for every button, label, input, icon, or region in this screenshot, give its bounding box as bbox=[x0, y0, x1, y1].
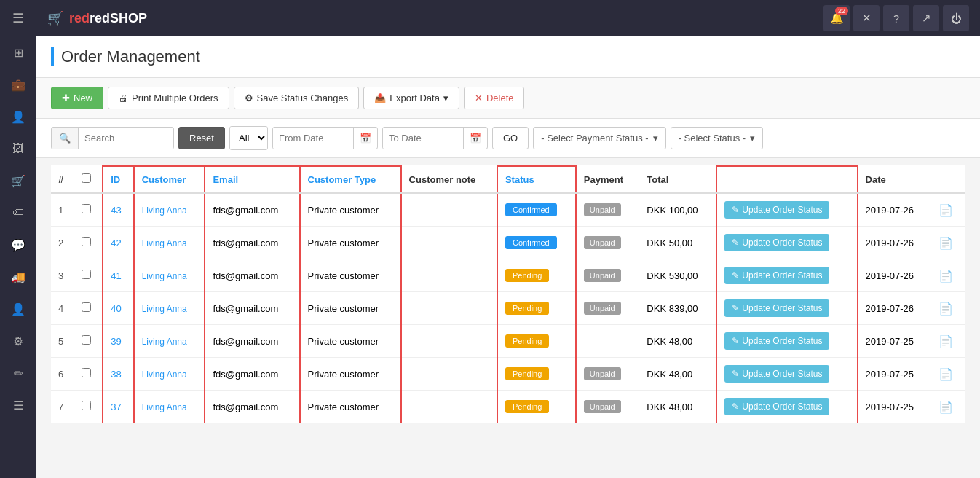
cell-check bbox=[74, 259, 103, 292]
cell-num: 3 bbox=[51, 259, 74, 292]
sidebar-icon-user[interactable]: 👤 bbox=[0, 101, 36, 133]
edit-icon: ✎ bbox=[732, 205, 739, 215]
update-order-status-button[interactable]: ✎ Update Order Status bbox=[724, 234, 829, 251]
row-checkbox[interactable] bbox=[82, 401, 91, 410]
cell-total: DKK 530,00 bbox=[639, 259, 716, 292]
customer-name-link[interactable]: Living Anna bbox=[142, 205, 187, 216]
save-status-button[interactable]: ⚙ Save Status Changes bbox=[234, 87, 360, 109]
table-header-row: # ID Customer Email Customer Type Custom… bbox=[51, 166, 965, 193]
calendar-icon-from[interactable]: 📅 bbox=[353, 128, 377, 149]
customer-name-link[interactable]: Living Anna bbox=[142, 369, 187, 380]
cell-payment: Unpaid bbox=[576, 259, 640, 292]
export-button[interactable]: 📤 Export Data ▾ bbox=[363, 87, 459, 109]
cell-customer-type: Private customer bbox=[300, 325, 401, 358]
col-header-customer-type[interactable]: Customer Type bbox=[300, 166, 401, 193]
col-header-id[interactable]: ID bbox=[103, 166, 133, 193]
cell-id: 37 bbox=[103, 391, 133, 423]
sidebar-menu-icon[interactable]: ☰ bbox=[0, 0, 36, 36]
row-checkbox[interactable] bbox=[82, 368, 91, 377]
row-checkbox[interactable] bbox=[82, 237, 91, 246]
go-button[interactable]: GO bbox=[492, 127, 529, 149]
row-checkbox[interactable] bbox=[82, 204, 91, 213]
help-button[interactable]: ? bbox=[883, 5, 909, 31]
pdf-icon[interactable]: 📄 bbox=[938, 270, 953, 282]
order-id-link[interactable]: 43 bbox=[111, 205, 121, 216]
search-input[interactable] bbox=[79, 128, 173, 149]
sidebar-icon-tag[interactable]: 🏷 bbox=[0, 197, 36, 229]
to-date-input[interactable] bbox=[383, 128, 463, 149]
cell-num: 7 bbox=[51, 391, 74, 423]
col-header-customer[interactable]: Customer bbox=[134, 166, 205, 193]
edit-icon: ✎ bbox=[732, 401, 739, 412]
cell-action: ✎ Update Order Status bbox=[716, 227, 857, 259]
reset-button[interactable]: Reset bbox=[178, 127, 225, 149]
sidebar-icon-user2[interactable]: 👤 bbox=[0, 293, 36, 325]
update-order-status-button[interactable]: ✎ Update Order Status bbox=[724, 332, 829, 350]
order-id-link[interactable]: 41 bbox=[111, 270, 121, 281]
order-id-link[interactable]: 38 bbox=[111, 369, 121, 380]
payment-status-filter[interactable]: - Select Payment Status - ▾ bbox=[533, 127, 665, 149]
order-id-link[interactable]: 37 bbox=[111, 401, 121, 412]
new-button[interactable]: ✚ New bbox=[51, 87, 103, 109]
col-header-pdf bbox=[931, 166, 965, 193]
power-button[interactable]: ⏻ bbox=[943, 5, 969, 31]
status-filter[interactable]: - Select Status - ▾ bbox=[671, 127, 763, 149]
payment-badge: Unpaid bbox=[584, 236, 621, 249]
customer-name-link[interactable]: Living Anna bbox=[142, 304, 187, 314]
cell-check bbox=[74, 325, 103, 358]
cell-action: ✎ Update Order Status bbox=[716, 325, 857, 358]
sidebar-icon-truck[interactable]: 🚚 bbox=[0, 261, 36, 293]
all-filter-select[interactable]: All bbox=[230, 127, 267, 149]
cell-email: fds@gmail.com bbox=[205, 193, 299, 227]
sidebar-icon-chat[interactable]: 💬 bbox=[0, 229, 36, 261]
payment-badge: Unpaid bbox=[584, 203, 621, 216]
pdf-icon[interactable]: 📄 bbox=[938, 204, 953, 216]
external-link-button[interactable]: ↗ bbox=[913, 5, 939, 31]
col-header-email[interactable]: Email bbox=[205, 166, 299, 193]
customer-name-link[interactable]: Living Anna bbox=[142, 337, 187, 347]
update-order-status-button[interactable]: ✎ Update Order Status bbox=[724, 365, 829, 383]
row-checkbox[interactable] bbox=[82, 270, 91, 279]
update-order-status-button[interactable]: ✎ Update Order Status bbox=[724, 201, 829, 219]
cell-check bbox=[74, 292, 103, 325]
order-id-link[interactable]: 40 bbox=[111, 303, 121, 314]
print-button[interactable]: 🖨 Print Multiple Orders bbox=[108, 87, 229, 109]
pdf-icon[interactable]: 📄 bbox=[938, 237, 953, 249]
sidebar-icon-edit[interactable]: ✏ bbox=[0, 357, 36, 389]
sidebar-icon-image[interactable]: 🖼 bbox=[0, 133, 36, 165]
pdf-icon[interactable]: 📄 bbox=[938, 302, 953, 315]
pdf-icon[interactable]: 📄 bbox=[938, 335, 953, 348]
content-area: Order Management ✚ New 🖨 Print Multiple … bbox=[36, 36, 980, 478]
select-all-checkbox[interactable] bbox=[82, 173, 91, 183]
cell-customer: Living Anna bbox=[134, 259, 205, 292]
order-id-link[interactable]: 39 bbox=[111, 336, 121, 347]
delete-button[interactable]: ✕ Delete bbox=[464, 87, 525, 109]
row-checkbox[interactable] bbox=[82, 335, 91, 345]
update-order-status-button[interactable]: ✎ Update Order Status bbox=[724, 299, 829, 317]
col-header-status[interactable]: Status bbox=[497, 166, 576, 193]
table-row: 2 42 Living Anna fds@gmail.com Private c… bbox=[51, 227, 965, 259]
from-date-input[interactable] bbox=[273, 128, 353, 149]
calendar-icon-to[interactable]: 📅 bbox=[463, 128, 487, 149]
customer-name-link[interactable]: Living Anna bbox=[142, 238, 187, 248]
customer-name-link[interactable]: Living Anna bbox=[142, 271, 187, 281]
sidebar-icon-briefcase[interactable]: 💼 bbox=[0, 68, 36, 101]
pdf-icon[interactable]: 📄 bbox=[938, 368, 953, 380]
customer-name-link[interactable]: Living Anna bbox=[142, 402, 187, 412]
update-order-status-button[interactable]: ✎ Update Order Status bbox=[724, 267, 829, 284]
update-order-status-button[interactable]: ✎ Update Order Status bbox=[724, 398, 829, 415]
cell-payment: – bbox=[576, 325, 640, 358]
table-row: 6 38 Living Anna fds@gmail.com Private c… bbox=[51, 358, 965, 391]
order-id-link[interactable]: 42 bbox=[111, 238, 121, 248]
sidebar-icon-menu[interactable]: ☰ bbox=[0, 389, 36, 421]
cell-customer: Living Anna bbox=[134, 292, 205, 325]
sidebar-icon-dashboard[interactable]: ⊞ bbox=[0, 36, 36, 68]
col-header-num: # bbox=[51, 166, 74, 193]
notification-button[interactable]: 🔔 22 bbox=[823, 5, 850, 31]
close-button[interactable]: ✕ bbox=[853, 5, 880, 31]
row-checkbox[interactable] bbox=[82, 302, 91, 312]
sidebar-icon-cart[interactable]: 🛒 bbox=[0, 165, 36, 197]
sidebar-icon-settings[interactable]: ⚙ bbox=[0, 325, 36, 357]
cell-check bbox=[74, 358, 103, 391]
pdf-icon[interactable]: 📄 bbox=[938, 401, 953, 413]
